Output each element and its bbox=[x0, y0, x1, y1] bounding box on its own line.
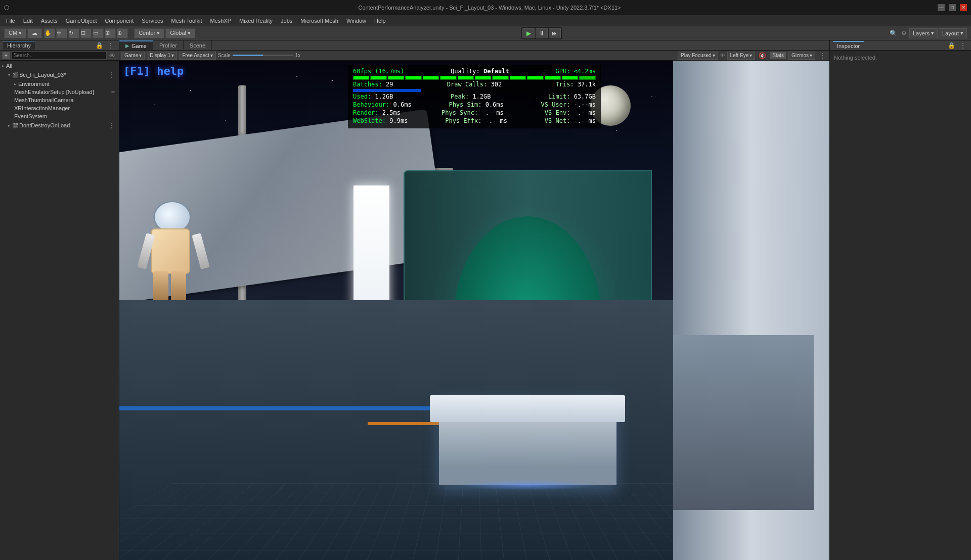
profiler-tab[interactable]: Profiler bbox=[153, 40, 184, 50]
inspector-lock-btn[interactable]: 🔒 bbox=[946, 41, 957, 50]
play-button[interactable]: ▶ bbox=[522, 28, 535, 38]
hierarchy-item-xr-interaction[interactable]: XRInteractionManager bbox=[0, 104, 119, 112]
hierarchy-item-environment[interactable]: ▸ Environment bbox=[0, 80, 119, 88]
hand-tool[interactable]: ✋ bbox=[44, 28, 55, 38]
transform-tool[interactable]: ⊞ bbox=[105, 28, 116, 38]
layers-dropdown[interactable]: Layers ▾ bbox=[909, 28, 938, 38]
eye-dropdown[interactable]: Left Eye ▾ bbox=[727, 52, 756, 60]
bar-seg-8 bbox=[475, 76, 491, 80]
inspector-icons: 🔒 ⋮ bbox=[946, 41, 968, 50]
right-wall bbox=[673, 61, 829, 560]
hierarchy-item-mesh-emulator[interactable]: MeshEmulatorSetup [NoUpload] ✏ bbox=[0, 88, 119, 96]
dontdestroy-menu-btn[interactable]: ⋮ bbox=[107, 121, 117, 129]
bar-seg-1 bbox=[353, 76, 369, 80]
stats-render: Render: 2.5ms bbox=[353, 109, 401, 116]
menu-file[interactable]: File bbox=[2, 17, 19, 25]
menu-gameobject[interactable]: GameObject bbox=[62, 17, 101, 25]
rotate-tool[interactable]: ↻ bbox=[68, 28, 79, 38]
stats-webslate: WebSlate: 9.9ms bbox=[353, 117, 408, 124]
close-button[interactable]: ✕ bbox=[960, 4, 967, 11]
speaker-btn[interactable]: 🔇 bbox=[757, 52, 768, 60]
hierarchy-item-dontdestroy[interactable]: ▸ 🎬 DontDestroyOnLoad ⋮ bbox=[0, 120, 119, 130]
view-tabs: ▶ Game Profiler Scene bbox=[119, 40, 829, 51]
bar-seg-3 bbox=[388, 76, 404, 80]
edit-icon[interactable]: ✏ bbox=[110, 89, 117, 95]
global-btn[interactable]: Global ▾ bbox=[165, 28, 195, 38]
scale-slider[interactable] bbox=[233, 55, 293, 56]
layers-label: Layers bbox=[913, 30, 930, 36]
hierarchy-item-scene[interactable]: ▾ 🎬 Sci_Fi_Layout_03* ⋮ bbox=[0, 70, 119, 80]
inspector-tab[interactable]: Inspector bbox=[833, 41, 864, 50]
pivot-btn[interactable]: Center ▾ bbox=[134, 28, 164, 38]
layout-arrow: ▾ bbox=[960, 30, 963, 36]
aspect-dropdown[interactable]: Free Aspect ▾ bbox=[179, 52, 215, 60]
game-view: [F1] help 60fps (16.7ms) Quality: Defaul… bbox=[119, 61, 829, 560]
bar-seg-13 bbox=[562, 76, 578, 80]
menu-mixed-reality[interactable]: Mixed Reality bbox=[235, 17, 277, 25]
inspector-header: Inspector 🔒 ⋮ bbox=[830, 40, 971, 51]
game-tab[interactable]: ▶ Game bbox=[119, 40, 153, 50]
cloud-btn[interactable]: ☁ bbox=[27, 28, 42, 38]
settings-btn[interactable]: ⚙ bbox=[900, 29, 908, 37]
menu-edit[interactable]: Edit bbox=[19, 17, 37, 25]
step-button[interactable]: ⏭ bbox=[549, 28, 561, 38]
title-text: ContentPerformanceAnalyzer.unity - Sci_F… bbox=[12, 5, 967, 11]
hierarchy-tab[interactable]: Hierarchy bbox=[3, 41, 35, 50]
center-area: ▶ Game Profiler Scene Game ▾ Display 1 ▾… bbox=[119, 40, 829, 560]
menu-window[interactable]: Window bbox=[342, 17, 370, 25]
display-dropdown[interactable]: Display 1 ▾ bbox=[147, 52, 177, 60]
search-btn[interactable]: 🔍 bbox=[888, 29, 899, 37]
hierarchy-search[interactable] bbox=[11, 52, 107, 60]
bar-seg-12 bbox=[545, 76, 561, 80]
menu-microsoft-mesh[interactable]: Microsoft Mesh bbox=[296, 17, 342, 25]
astronaut-object bbox=[141, 201, 206, 312]
pause-button[interactable]: ⏸ bbox=[536, 28, 548, 38]
toolbar-right: 🔍 ⚙ Layers ▾ Layout ▾ bbox=[888, 28, 967, 38]
game-display-dropdown[interactable]: Game ▾ bbox=[121, 52, 145, 60]
custom-tool[interactable]: ⊕ bbox=[117, 28, 128, 38]
menu-assets[interactable]: Assets bbox=[37, 17, 62, 25]
game-toolbar-menu-btn[interactable]: ⋮ bbox=[817, 52, 827, 60]
layout-dropdown[interactable]: Layout ▾ bbox=[939, 28, 967, 38]
scale-slider-fill bbox=[233, 55, 263, 56]
stats-btn[interactable]: Stats bbox=[770, 52, 786, 59]
maximize-button[interactable]: □ bbox=[949, 4, 956, 11]
rect-tool[interactable]: ▭ bbox=[93, 28, 104, 38]
stats-fps: 60fps (16.7ms) bbox=[353, 68, 404, 75]
hierarchy-menu-btn[interactable]: ⋮ bbox=[106, 41, 116, 50]
cm-dropdown[interactable]: CM ▾ bbox=[4, 28, 26, 38]
menu-meshxp[interactable]: MeshXP bbox=[206, 17, 235, 25]
title-bar: ⬡ ContentPerformanceAnalyzer.unity - Sci… bbox=[0, 0, 971, 15]
bar-seg-2 bbox=[370, 76, 386, 80]
hierarchy-item-all[interactable]: ▸ All bbox=[0, 62, 119, 70]
menu-component[interactable]: Component bbox=[101, 17, 138, 25]
window-controls: — □ ✕ bbox=[938, 4, 967, 11]
scene-name: Sci_Fi_Layout_03* bbox=[19, 72, 66, 78]
astronaut-body bbox=[151, 228, 190, 274]
hierarchy-toolbar: + 👁 bbox=[0, 51, 119, 61]
scene-menu-btn[interactable]: ⋮ bbox=[107, 71, 117, 79]
arrow-icon: ▸ bbox=[2, 64, 4, 68]
play-focused-dropdown[interactable]: Play Focused ▾ bbox=[678, 52, 718, 60]
hierarchy-lock-btn[interactable]: 🔒 bbox=[94, 41, 105, 50]
move-tool[interactable]: ✛ bbox=[56, 28, 67, 38]
menu-services[interactable]: Services bbox=[138, 17, 167, 25]
minimize-button[interactable]: — bbox=[938, 4, 945, 11]
hierarchy-panel: Hierarchy 🔒 ⋮ + 👁 ▸ All ▾ 🎬 Sci_Fi_Layou… bbox=[0, 40, 119, 560]
inspector-menu-btn[interactable]: ⋮ bbox=[958, 41, 968, 50]
dontdestroy-label: DontDestroyOnLoad bbox=[19, 122, 70, 128]
menu-mesh-toolkit[interactable]: Mesh Toolkit bbox=[167, 17, 206, 25]
hierarchy-eye-btn[interactable]: 👁 bbox=[108, 52, 117, 60]
hierarchy-add-btn[interactable]: + bbox=[2, 52, 10, 59]
hierarchy-content: ▸ All ▾ 🎬 Sci_Fi_Layout_03* ⋮ ▸ Environm… bbox=[0, 61, 119, 560]
hierarchy-item-thumbnail-camera[interactable]: MeshThumbnailCamera bbox=[0, 96, 119, 104]
hierarchy-item-event-system[interactable]: EventSystem bbox=[0, 112, 119, 120]
main-toolbar: CM ▾ ☁ ✋ ✛ ↻ ⊡ ▭ ⊞ ⊕ Center ▾ Global ▾ ▶… bbox=[0, 26, 971, 40]
scale-tool[interactable]: ⊡ bbox=[80, 28, 92, 38]
scene-tab[interactable]: Scene bbox=[184, 40, 212, 50]
menu-jobs[interactable]: Jobs bbox=[277, 17, 296, 25]
hud-help-text: [F1] help bbox=[123, 65, 184, 77]
gizmos-dropdown[interactable]: Gizmos ▾ bbox=[788, 52, 815, 60]
scene-icon2: 🎬 bbox=[12, 123, 18, 128]
menu-help[interactable]: Help bbox=[370, 17, 390, 25]
